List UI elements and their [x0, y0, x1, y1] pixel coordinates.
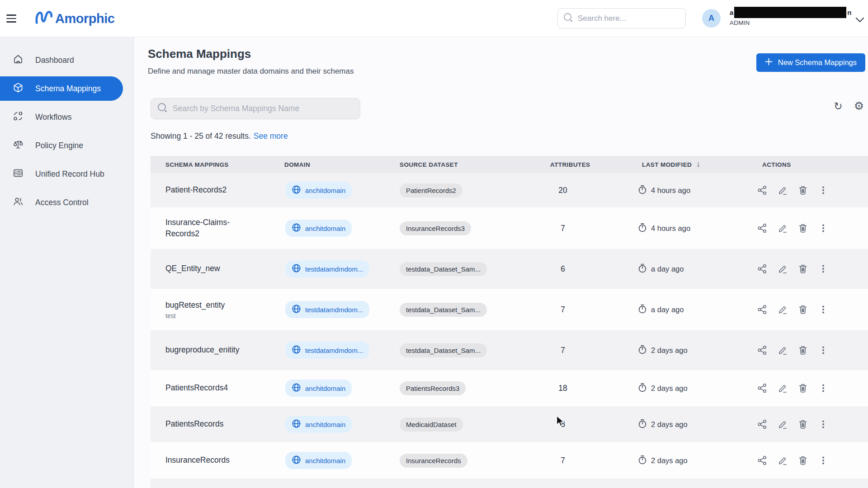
- kebab-menu-icon[interactable]: [818, 419, 828, 429]
- schema-mapping-name[interactable]: bugRetest_entity: [165, 300, 243, 311]
- schema-mapping-name[interactable]: PatientsRecords4: [165, 382, 243, 394]
- kebab-menu-icon[interactable]: [818, 383, 828, 393]
- edit-icon[interactable]: [778, 185, 788, 195]
- cell-source-dataset: MedicaidDataset: [400, 418, 549, 432]
- cell-domain: testdatamdmdom...: [284, 342, 400, 359]
- refresh-icon[interactable]: ↻: [831, 99, 845, 113]
- delete-icon[interactable]: [798, 345, 808, 355]
- user-menu[interactable]: a n ADMIN: [730, 6, 853, 26]
- share-icon[interactable]: [757, 455, 767, 465]
- schema-mappings-search-input[interactable]: [173, 104, 354, 113]
- edit-icon[interactable]: [778, 264, 788, 274]
- last-modified-text: 2 days ago: [651, 384, 688, 393]
- last-modified-text: 2 days ago: [651, 346, 688, 355]
- domain-name: anchitdomain: [305, 385, 345, 392]
- cell-actions: [749, 419, 868, 429]
- schema-mappings-search-box: [151, 98, 360, 119]
- cell-source-dataset: testdata_Dataset_Sam...: [400, 343, 549, 357]
- table-row[interactable]: bugreproduce_enitity testdatamdmdom... t…: [151, 330, 868, 370]
- app-logo[interactable]: Amorphic: [34, 8, 114, 29]
- attributes-count: 7: [556, 346, 570, 355]
- table-row[interactable]: PatientsRecords4 anchitdomain PatientsRe…: [151, 370, 868, 406]
- see-more-link[interactable]: See more: [254, 131, 288, 141]
- cell-attributes: 20: [549, 186, 627, 195]
- column-header-schema-mappings[interactable]: SCHEMA MAPPINGS: [151, 161, 284, 168]
- user-avatar[interactable]: A: [702, 9, 721, 28]
- table-row[interactable]: Patient-Records2 anchitdomain PatientRec…: [151, 173, 868, 207]
- table-row[interactable]: PatientsRecords anchitdomain MedicaidDat…: [151, 406, 868, 442]
- global-search-input[interactable]: [578, 14, 680, 23]
- schema-mapping-name[interactable]: Insurance-Claims-Records2: [165, 217, 243, 240]
- domain-chip: anchitdomain: [285, 182, 352, 199]
- last-modified-text: 4 hours ago: [651, 224, 690, 233]
- column-header-attributes[interactable]: ATTRIBUTES: [549, 161, 627, 168]
- share-icon[interactable]: [757, 305, 767, 314]
- last-modified-text: 2 days ago: [651, 420, 688, 429]
- cell-domain: anchitdomain: [284, 452, 400, 469]
- source-dataset-chip: testdata_Dataset_Sam...: [400, 262, 487, 276]
- delete-icon[interactable]: [798, 383, 808, 393]
- share-icon[interactable]: [757, 223, 767, 233]
- sidebar-item-access-control[interactable]: Access Control: [0, 190, 123, 215]
- edit-icon[interactable]: [778, 455, 788, 465]
- edit-icon[interactable]: [778, 419, 788, 429]
- kebab-menu-icon[interactable]: [818, 264, 828, 274]
- share-icon[interactable]: [757, 419, 767, 429]
- attributes-count: 7: [556, 305, 570, 314]
- column-header-domain[interactable]: DOMAIN: [284, 161, 400, 168]
- schema-mapping-name[interactable]: Patient-Records2: [165, 184, 243, 196]
- last-modified-text: 4 hours ago: [651, 186, 690, 195]
- share-icon[interactable]: [757, 185, 767, 195]
- kebab-menu-icon[interactable]: [818, 345, 828, 355]
- cell-actions: [749, 345, 868, 355]
- sidebar-item-policy-engine[interactable]: Policy Engine: [0, 133, 123, 158]
- sidebar-item-dashboard[interactable]: Dashboard: [0, 48, 123, 72]
- delete-icon[interactable]: [798, 185, 808, 195]
- domain-name: testdatamdmdom...: [305, 347, 363, 354]
- delete-icon[interactable]: [798, 455, 808, 465]
- chevron-down-icon[interactable]: [855, 16, 864, 24]
- schema-mapping-name[interactable]: QE_Entity_new: [165, 263, 243, 274]
- sidebar-item-unified-record-hub[interactable]: Unified Record Hub: [0, 162, 123, 186]
- edit-icon[interactable]: [778, 383, 788, 393]
- cell-attributes: 7: [549, 456, 627, 465]
- sidebar-item-schema-mappings[interactable]: Schema Mappings: [0, 76, 123, 101]
- users-icon: [13, 196, 24, 209]
- schema-mapping-name[interactable]: bugreproduce_enitity: [165, 344, 243, 356]
- cell-last-modified: 2 days ago: [627, 383, 749, 394]
- schema-mapping-name[interactable]: PatientsRecords: [165, 418, 243, 430]
- share-icon[interactable]: [757, 383, 767, 393]
- edit-icon[interactable]: [778, 345, 788, 355]
- domain-chip: anchitdomain: [285, 416, 352, 433]
- hamburger-menu-icon[interactable]: [6, 13, 18, 24]
- schema-mapping-name[interactable]: InsuranceRecords: [165, 455, 243, 466]
- table-row[interactable]: InsuranceRecords anchitdomain InsuranceR…: [151, 442, 868, 479]
- stopwatch-icon: [638, 345, 647, 356]
- delete-icon[interactable]: [798, 419, 808, 429]
- delete-icon[interactable]: [798, 223, 808, 233]
- cell-actions: [749, 185, 868, 195]
- table-row[interactable]: QE_Entity_new testdatamdmdom... testdata…: [151, 249, 868, 289]
- delete-icon[interactable]: [798, 264, 808, 274]
- edit-icon[interactable]: [778, 305, 788, 314]
- stopwatch-icon: [638, 304, 647, 315]
- kebab-menu-icon[interactable]: [818, 185, 828, 195]
- delete-icon[interactable]: [798, 305, 808, 314]
- column-header-source-dataset[interactable]: SOURCE DATASET: [400, 161, 549, 168]
- kebab-menu-icon[interactable]: [818, 455, 828, 465]
- share-icon[interactable]: [757, 345, 767, 355]
- kebab-menu-icon[interactable]: [818, 223, 828, 233]
- top-header-bar: Amorphic A a n ADMIN: [0, 0, 868, 37]
- gear-icon[interactable]: ⚙: [852, 99, 866, 113]
- cell-actions: [749, 305, 868, 314]
- table-row[interactable]: bugRetest_entity test testdatamdmdom... …: [151, 289, 868, 330]
- table-row[interactable]: Insurance-Claims-Records2 anchitdomain I…: [151, 207, 868, 249]
- source-dataset-chip: testdata_Dataset_Sam...: [400, 303, 487, 317]
- edit-icon[interactable]: [778, 223, 788, 233]
- new-schema-mappings-button[interactable]: New Schema Mappings: [756, 53, 865, 72]
- sort-desc-icon[interactable]: ↓: [696, 160, 700, 169]
- share-icon[interactable]: [757, 264, 767, 274]
- column-header-last-modified[interactable]: LAST MODIFIED ↓: [627, 160, 749, 169]
- sidebar-item-workflows[interactable]: Workflows: [0, 105, 123, 129]
- kebab-menu-icon[interactable]: [818, 305, 828, 314]
